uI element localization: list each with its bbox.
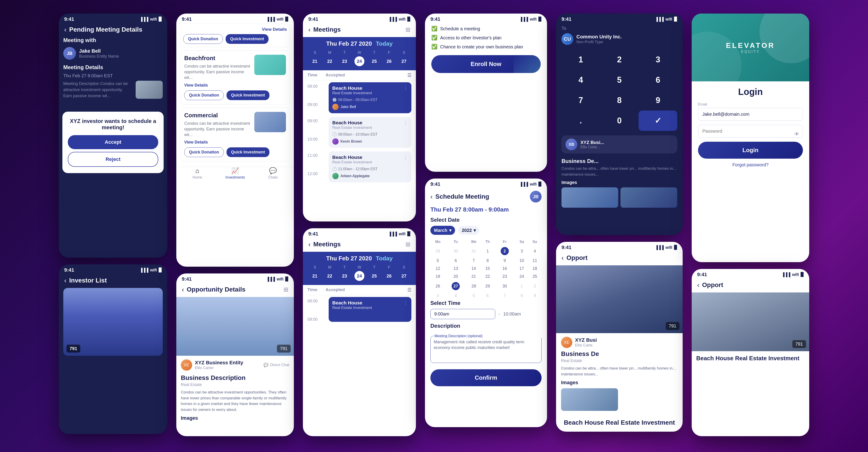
back-button-investor[interactable]: ‹ (64, 277, 66, 284)
num-0[interactable]: 0 (600, 110, 639, 131)
meeting-card-m2-1[interactable]: ⋮ Beach House Real Estate Investment (329, 297, 411, 322)
time-start-input[interactable] (430, 309, 495, 319)
confirm-button[interactable]: Confirm (430, 369, 541, 386)
beachfront-link[interactable]: View Details (184, 83, 286, 88)
cal-7b[interactable]: 7 (494, 292, 515, 299)
cal-30a[interactable]: 30 (445, 246, 466, 257)
cal-14[interactable]: 14 (467, 265, 481, 272)
eye-icon[interactable]: 👁 (794, 131, 799, 137)
cal-3b[interactable]: 3 (431, 292, 445, 299)
commercial-link[interactable]: View Details (184, 140, 286, 144)
cal-4b[interactable]: 4 (445, 292, 466, 299)
cal-13[interactable]: 13 (445, 265, 466, 272)
num-5[interactable]: 5 (600, 70, 639, 90)
cal-20[interactable]: 20 (445, 273, 466, 280)
commercial-quick-investment[interactable]: Quick Investment (226, 147, 270, 157)
cal-6[interactable]: 6 (445, 257, 466, 264)
cal-8[interactable]: 8 (482, 257, 494, 264)
cal-1b[interactable]: 1 (516, 281, 528, 292)
back-button-opp[interactable]: ‹ (182, 286, 184, 293)
nav-investments[interactable]: 📈 Investments (225, 167, 245, 180)
meeting-description-field[interactable]: Management risk called receive credit qu… (430, 336, 541, 363)
cal-3[interactable]: 3 (516, 246, 528, 257)
cal-19[interactable]: 19 (431, 273, 445, 280)
cal-10[interactable]: 10 (516, 257, 528, 264)
accept-button[interactable]: Accept (68, 135, 158, 149)
cal-15[interactable]: 15 (482, 265, 494, 272)
num-2[interactable]: 2 (600, 50, 639, 70)
list-icon-1[interactable]: ☰ (407, 72, 411, 78)
back-button-1[interactable]: ‹ (64, 26, 66, 33)
week-day-w1[interactable]: W 24 (354, 51, 364, 66)
cal-17[interactable]: 17 (516, 265, 528, 272)
beachfront-quick-donation[interactable]: Quick Donation (184, 90, 224, 100)
cal-29b[interactable]: 29 (482, 281, 494, 292)
quick-donation-top[interactable]: Quick Donation (183, 34, 223, 44)
card-3-menu[interactable]: ⋮ (403, 155, 408, 160)
login-button[interactable]: Login (698, 142, 803, 159)
cal-8b[interactable]: 8 (516, 292, 528, 299)
cal-7[interactable]: 7 (467, 257, 481, 264)
num-check[interactable]: ✓ (639, 110, 677, 131)
filter-icon-meet2[interactable]: ⊞ (405, 241, 410, 248)
meeting-card-3[interactable]: ⋮ Beach House Real Estate Investment 🕐 1… (329, 152, 411, 182)
cal-27[interactable]: 27 (445, 281, 466, 292)
cal-6b[interactable]: 6 (482, 292, 494, 299)
cal-12[interactable]: 12 (431, 265, 445, 272)
back-meet1[interactable]: ‹ (308, 26, 311, 33)
card-1-menu[interactable]: ⋮ (403, 86, 408, 91)
num-1[interactable]: 1 (561, 50, 600, 70)
num-9[interactable]: 9 (639, 90, 677, 110)
cal-2[interactable]: 2 (494, 246, 515, 257)
filter-icon-opp[interactable]: ⊞ (283, 286, 288, 293)
password-input[interactable] (698, 125, 803, 138)
year-selector[interactable]: 2022 ▾ (458, 226, 480, 235)
cal-28[interactable]: 28 (467, 281, 481, 292)
num-dot[interactable]: . (561, 110, 600, 131)
quick-investment-top[interactable]: Quick Investment (225, 34, 269, 44)
cal-2b[interactable]: 2 (528, 281, 541, 292)
month-selector[interactable]: March ▾ (430, 226, 455, 235)
list-icon-2[interactable]: ☰ (407, 287, 411, 293)
beachfront-quick-investment[interactable]: Quick Investment (226, 90, 270, 100)
back-meet2[interactable]: ‹ (308, 240, 311, 248)
wd2-w1[interactable]: W24 (354, 265, 364, 281)
cal-30b[interactable]: 30 (494, 281, 515, 292)
filter-icon-meet1[interactable]: ⊞ (405, 26, 410, 33)
nav-chats[interactable]: 💬 Chats (268, 167, 278, 180)
num-6[interactable]: 6 (639, 70, 677, 90)
num-4[interactable]: 4 (561, 70, 600, 90)
cal-22[interactable]: 22 (482, 273, 494, 280)
cal-21[interactable]: 21 (467, 273, 481, 280)
email-input[interactable] (698, 108, 803, 121)
cal-31[interactable]: 31 (467, 246, 481, 257)
cal-9[interactable]: 9 (494, 257, 515, 264)
cal-16[interactable]: 16 (494, 265, 515, 272)
card-m2-menu[interactable]: ⋮ (403, 300, 408, 305)
back-schedule[interactable]: ‹ (430, 193, 433, 200)
commercial-quick-donation[interactable]: Quick Donation (184, 147, 224, 157)
num-7[interactable]: 7 (561, 90, 600, 110)
cal-11[interactable]: 11 (528, 257, 541, 264)
nav-home[interactable]: ⌂ Home (193, 167, 202, 180)
cal-26[interactable]: 26 (431, 281, 445, 292)
meeting-card-1[interactable]: ⋮ Beach House Real Estate Investment 🕐 0… (329, 82, 411, 113)
num-8[interactable]: 8 (600, 90, 639, 110)
back-opp2[interactable]: ‹ (697, 281, 700, 289)
cal-5[interactable]: 5 (431, 257, 445, 264)
back-biz[interactable]: ‹ (561, 254, 564, 262)
forgot-password-link[interactable]: Forgot password? (698, 162, 803, 167)
cal-1[interactable]: 1 (482, 246, 494, 257)
cal-9b[interactable]: 9 (528, 292, 541, 299)
num-3[interactable]: 3 (639, 50, 677, 70)
view-details-top[interactable]: View Details (262, 27, 287, 32)
meeting-card-2[interactable]: ⋮ Beach House Real Estate Investment 🕐 0… (329, 117, 411, 148)
cal-4[interactable]: 4 (528, 246, 541, 257)
cal-25[interactable]: 25 (528, 273, 541, 280)
direct-chat-btn[interactable]: 💬 Direct Chat (264, 363, 289, 367)
cal-29[interactable]: 29 (431, 246, 445, 257)
cal-24[interactable]: 24 (516, 273, 528, 280)
card-2-menu[interactable]: ⋮ (403, 120, 408, 125)
enroll-now-button[interactable]: Enroll Now (431, 55, 541, 73)
cal-5b[interactable]: 5 (467, 292, 481, 299)
